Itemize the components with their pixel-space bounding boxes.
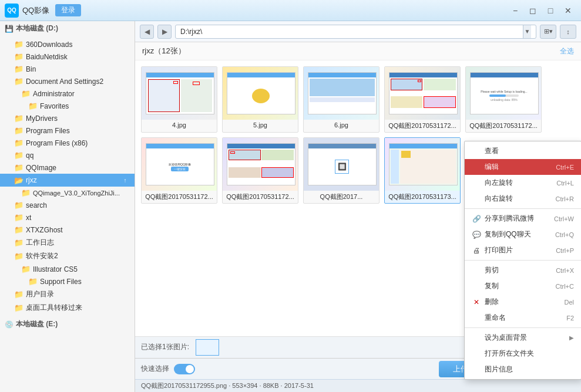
sidebar-item-mydrivers[interactable]: 📁 MyDrivers [0, 112, 135, 124]
forward-button[interactable]: ▶ [157, 25, 172, 39]
folder-icon: 📁 [14, 114, 23, 123]
ctx-item-copy-qq[interactable]: 💬 复制到QQ聊天 Ctrl+Q [465, 227, 581, 242]
sidebar-item-docset2[interactable]: 📁 Document And Settings2 [0, 75, 135, 87]
thumbnail-item-8[interactable]: 🔲 QQ截图2017... [303, 137, 380, 204]
upload-arrow-icon: ↑ [120, 175, 130, 185]
thumbnail-label-7: QQ截图20170531172... [223, 191, 298, 203]
sidebar-tree: 📁 360Downloads 📁 BaiduNetdisk 📁 Bin 📁 Do… [0, 36, 135, 317]
thumbnail-label-6: QQ截图20170531172... [142, 191, 217, 203]
delete-icon: ✕ [472, 298, 481, 306]
sidebar-item-xt[interactable]: 📁 xt [0, 211, 135, 224]
gallery-title: rjxz（12张） [142, 46, 186, 56]
sidebar-item-xtxzghost[interactable]: 📁 XTXZGhost [0, 224, 135, 236]
window-controls: − ◻ □ ✕ [507, 4, 576, 18]
thumbnail-label-9: QQ截图20170531173... [385, 191, 460, 203]
fast-select-toggle[interactable] [174, 364, 195, 374]
selected-count-text: 已选择1张图片: [141, 343, 189, 351]
folder-icon: 📁 [21, 265, 31, 273]
thumbnail-item-6[interactable]: 欢迎使用QQ影像 一键安装 QQ截图20170531172... [141, 137, 217, 204]
thumbnail-image-2 [223, 67, 298, 120]
submenu-arrow: ▶ [569, 334, 574, 341]
sidebar-item-programfiles[interactable]: 📁 Program Files [0, 124, 135, 137]
maximize-button[interactable]: □ [542, 4, 559, 18]
qq-icon: 💬 [472, 231, 481, 239]
restore-button[interactable]: ◻ [525, 4, 541, 18]
thumbnail-item-9[interactable]: QQ截图20170531173... [384, 137, 461, 204]
thumbnail-label-4: QQ截图20170531172... [385, 120, 460, 132]
print-icon: 🖨 [472, 246, 481, 255]
titlebar: QQ QQ影像 登录 − ◻ □ ✕ [0, 0, 581, 21]
folder-icon: 📁 [14, 213, 23, 222]
close-button[interactable]: ✕ [560, 4, 576, 18]
folder-icon: 📁 [14, 151, 23, 160]
thumbnail-image-4 [385, 67, 461, 120]
login-button[interactable]: 登录 [55, 4, 81, 16]
ctx-item-delete[interactable]: ✕ 删除 Del [465, 294, 581, 310]
view-mode-button[interactable]: ⊞▾ [540, 25, 556, 39]
sidebar-item-search[interactable]: 📁 search [0, 199, 135, 211]
thumbnail-item-2[interactable]: 5.jpg [222, 66, 298, 133]
thumbnail-image-6: 欢迎使用QQ影像 一键安装 [142, 138, 217, 191]
ctx-item-copy[interactable]: 复制 Ctrl+C [465, 278, 581, 294]
drive-local-label: 💾 本地磁盘 (D:) [0, 21, 135, 36]
minimize-button[interactable]: − [507, 4, 523, 18]
sidebar-item-bin[interactable]: 📁 Bin [0, 63, 135, 75]
share-icon: 🔗 [472, 215, 481, 223]
sidebar-item-userdir[interactable]: 📁 用户目录 [0, 288, 135, 301]
path-bar: D:\rjxz\ ▼ [175, 25, 536, 39]
ctx-item-set-wallpaper[interactable]: 设为桌面背景 ▶ [465, 330, 581, 346]
fast-select-label: 快速选择 [141, 364, 169, 374]
ctx-item-view[interactable]: 查看 [465, 143, 581, 159]
folder-icon: 📁 [14, 40, 23, 49]
folder-icon: 📁 [21, 89, 31, 98]
sidebar-item-rjxz[interactable]: 📂 rjxz ↑ [0, 174, 135, 187]
ctx-item-rename[interactable]: 重命名 F2 [465, 310, 581, 326]
sidebar-item-programfilesx86[interactable]: 📁 Program Files (x86) [0, 137, 135, 149]
ctx-item-rotate-right[interactable]: 向右旋转 Ctrl+R [465, 191, 581, 207]
ctx-item-print[interactable]: 🖨 打印图片 Ctrl+P [465, 242, 581, 258]
thumbnail-image-9 [385, 138, 461, 191]
path-dropdown[interactable]: ▼ [523, 25, 531, 38]
sidebar: 💾 本地磁盘 (D:) 📁 360Downloads 📁 BaiduNetdis… [0, 21, 135, 392]
thumbnail-item-1[interactable]: 4.jpg [141, 66, 217, 133]
folder-icon: 📁 [14, 238, 23, 247]
ctx-item-cut[interactable]: 剪切 Ctrl+X [465, 262, 581, 278]
thumbnail-item-5[interactable]: Please wait while Setup is loading... un… [465, 66, 542, 133]
drive-e-label: 💿 本地磁盘 (E:) [0, 317, 135, 332]
ctx-item-rotate-left[interactable]: 向左旋转 Ctrl+L [465, 175, 581, 191]
ctx-divider-1 [465, 208, 581, 209]
back-button[interactable]: ◀ [140, 25, 154, 39]
path-text: D:\rjxz\ [180, 28, 523, 36]
folder-icon: 📁 [14, 163, 23, 172]
folder-icon: 📂 [14, 176, 23, 185]
ctx-item-open-folder[interactable]: 打开所在文件夹 [465, 346, 581, 361]
context-menu: 查看 编辑 Ctrl+E 向左旋转 Ctrl+L 向右旋转 Ctrl+R 🔗 分… [464, 141, 581, 380]
sidebar-item-software[interactable]: 📁 软件安装2 [0, 249, 135, 263]
sidebar-item-administrator[interactable]: 📁 Administrator [0, 87, 135, 100]
sidebar-item-supportfiles[interactable]: 📁 Support Files [0, 275, 135, 288]
sidebar-item-illustratorcs5[interactable]: 📁 Illustrator CS5 [0, 263, 135, 275]
sidebar-item-worklog[interactable]: 📁 工作日志 [0, 236, 135, 249]
app-title: QQ影像 [22, 5, 49, 16]
sidebar-item-qqimage-v3[interactable]: 📁 QQimage_V3.0_XiTongZhiJi... [0, 187, 135, 199]
ctx-divider-2 [465, 260, 581, 261]
sidebar-item-qqimage[interactable]: 📁 QQImage [0, 161, 135, 174]
sidebar-item-desktop-tools[interactable]: 📁 桌面工具转移过来 [0, 301, 135, 315]
ctx-item-share-weibo[interactable]: 🔗 分享到腾讯微博 Ctrl+W [465, 211, 581, 227]
thumbnail-item-4[interactable]: QQ截图20170531172... [384, 66, 461, 133]
sort-button[interactable]: ↕ [560, 25, 576, 39]
thumbnail-item-3[interactable]: 6.jpg [303, 66, 380, 133]
thumbnail-image-7 [223, 138, 298, 191]
select-all-button[interactable]: 全选 [560, 46, 574, 56]
thumbnail-item-7[interactable]: QQ截图20170531172... [222, 137, 298, 204]
sidebar-item-360downloads[interactable]: 📁 360Downloads [0, 38, 135, 50]
sidebar-item-qq[interactable]: 📁 qq [0, 149, 135, 161]
ctx-item-image-info[interactable]: 图片信息 [465, 361, 581, 377]
thumbnail-label-8: QQ截图2017... [304, 191, 379, 203]
sidebar-item-baidunetdisk[interactable]: 📁 BaiduNetdisk [0, 50, 135, 63]
sidebar-item-favorites[interactable]: 📁 Favorites [0, 100, 135, 112]
folder-icon: 📁 [14, 52, 23, 61]
status-text: QQ截图20170531172955.png · 553×394 · 88KB … [141, 381, 314, 390]
folder-icon: 📁 [14, 126, 23, 135]
ctx-item-edit[interactable]: 编辑 Ctrl+E [465, 159, 581, 175]
